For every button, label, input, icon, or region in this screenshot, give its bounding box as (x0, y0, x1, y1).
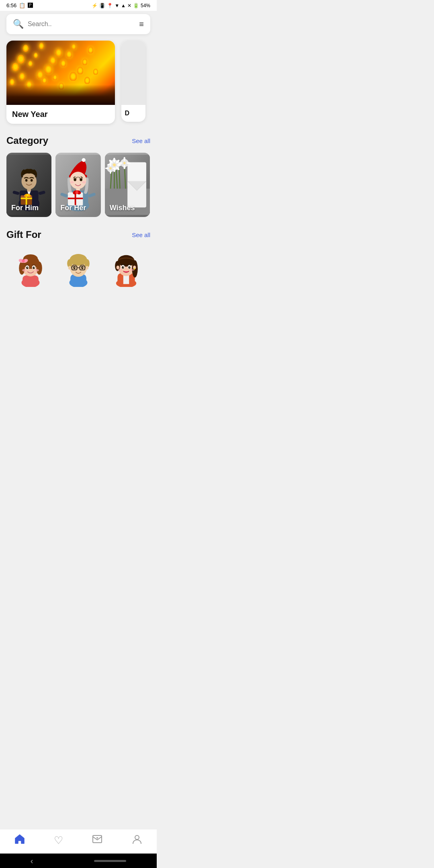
category-header: Category See all (6, 135, 150, 146)
search-bar: 🔍 ≡ (6, 14, 150, 34)
svg-point-102 (74, 267, 75, 268)
gift-for-title: Gift For (6, 229, 41, 240)
svg-point-119 (129, 267, 130, 268)
dim-card-label: D (121, 105, 145, 122)
svg-point-116 (122, 266, 124, 268)
svg-point-75 (36, 262, 42, 274)
location-icon: 📍 (107, 3, 113, 8)
lantern (84, 77, 90, 84)
svg-point-6 (25, 179, 28, 182)
lantern (50, 57, 56, 64)
svg-rect-11 (21, 198, 32, 199)
lantern (42, 78, 47, 83)
svg-point-7 (31, 179, 33, 182)
search-input[interactable] (28, 20, 139, 28)
gift-for-see-all[interactable]: See all (132, 231, 150, 238)
svg-point-87 (35, 269, 39, 271)
filter-icon[interactable]: ≡ (139, 20, 144, 29)
lantern (10, 79, 14, 85)
svg-point-111 (118, 255, 135, 267)
svg-point-120 (118, 269, 123, 271)
svg-rect-70 (23, 275, 39, 286)
battery-percent: 54% (141, 3, 150, 8)
svg-point-55 (123, 162, 125, 164)
lantern (23, 45, 29, 52)
lantern (72, 44, 76, 49)
wifi-icon: ▲ (121, 3, 126, 8)
svg-point-26 (70, 181, 74, 184)
sim-icon: 📋 (19, 2, 25, 8)
signal-icon: ▼ (115, 3, 119, 8)
category-item-for-him[interactable]: For Him (6, 153, 51, 217)
svg-point-121 (130, 269, 135, 271)
bluetooth-icon: ⚡ (92, 3, 98, 8)
lantern (12, 63, 19, 71)
category-grid: For Him (6, 153, 150, 217)
battery-icon: 🔋 (133, 3, 139, 8)
girl-avatar-svg (12, 251, 49, 287)
svg-point-59 (127, 162, 130, 164)
lantern (70, 72, 77, 81)
svg-point-85 (34, 267, 35, 268)
category-title: Category (6, 135, 48, 146)
svg-point-14 (27, 194, 29, 197)
svg-point-86 (22, 269, 27, 271)
svg-point-100 (73, 266, 75, 269)
featured-section: New Year D (0, 37, 157, 127)
svg-point-104 (68, 266, 71, 270)
featured-card-new-year[interactable]: New Year (6, 41, 115, 124)
boy-avatar-svg (60, 251, 96, 287)
gift-person-woman[interactable] (108, 251, 144, 287)
vibrate-icon: 📳 (99, 3, 105, 8)
lantern (61, 60, 66, 67)
lantern (39, 43, 44, 49)
lantern-scene (6, 41, 115, 105)
svg-point-117 (129, 266, 131, 268)
svg-point-56 (123, 157, 125, 161)
status-bar: 6:56 📋 🅿 ⚡ 📳 📍 ▼ ▲ ✕ 🔋 54% (0, 0, 157, 11)
svg-point-61 (109, 167, 112, 170)
svg-rect-30 (68, 198, 83, 199)
svg-point-64 (105, 168, 108, 169)
svg-point-62 (110, 163, 111, 166)
gift-person-boy[interactable] (60, 251, 96, 287)
svg-point-24 (74, 178, 77, 181)
svg-point-92 (70, 254, 87, 266)
lantern (82, 59, 87, 65)
featured-card-dim[interactable]: D (121, 41, 145, 122)
gift-person-girl[interactable] (12, 251, 49, 287)
lantern (37, 71, 43, 79)
svg-point-118 (123, 267, 124, 268)
lantern (93, 69, 98, 75)
dim-card-image (121, 41, 145, 105)
category-item-wishes[interactable]: Wishes (105, 153, 150, 217)
svg-line-40 (119, 168, 120, 188)
svg-point-46 (113, 158, 115, 162)
featured-card-image (6, 41, 115, 105)
category-label-for-her: For Her (60, 204, 86, 212)
lantern (88, 47, 93, 53)
svg-point-27 (82, 181, 86, 184)
svg-point-79 (22, 260, 25, 262)
category-section: Category See all (0, 127, 157, 221)
svg-point-63 (110, 170, 111, 174)
category-item-for-her[interactable]: For Her (55, 153, 100, 217)
svg-point-103 (82, 267, 83, 268)
svg-point-101 (81, 266, 83, 269)
svg-point-33 (76, 191, 78, 194)
svg-point-65 (113, 168, 116, 169)
lantern (66, 51, 72, 58)
svg-point-83 (33, 266, 35, 269)
gift-for-header: Gift For See all (6, 229, 150, 240)
svg-point-23 (70, 172, 86, 189)
svg-point-84 (27, 267, 28, 268)
time: 6:56 (6, 2, 16, 8)
lantern (17, 55, 25, 63)
svg-point-58 (118, 162, 122, 164)
svg-point-74 (19, 262, 25, 274)
category-label-for-him: For Him (11, 204, 39, 212)
gift-for-section: Gift For See all (0, 221, 157, 299)
lantern (77, 67, 83, 74)
svg-point-105 (86, 266, 88, 270)
category-see-all[interactable]: See all (132, 137, 150, 144)
